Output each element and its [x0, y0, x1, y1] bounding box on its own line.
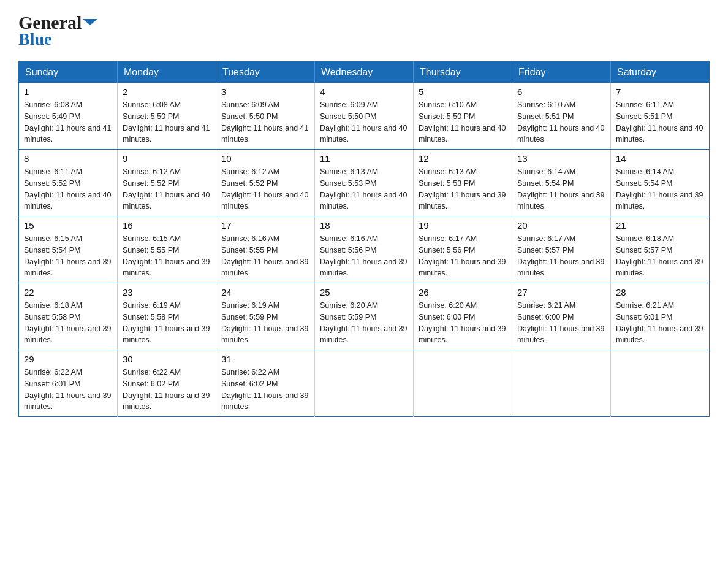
day-number: 28	[616, 287, 704, 297]
day-number: 1	[24, 86, 112, 97]
calendar-cell: 30 Sunrise: 6:22 AM Sunset: 6:02 PM Dayl…	[118, 350, 216, 417]
calendar-cell: 22 Sunrise: 6:18 AM Sunset: 5:58 PM Dayl…	[19, 283, 118, 350]
logo-line2: Blue	[18, 29, 99, 49]
day-info: Sunrise: 6:13 AM Sunset: 5:53 PM Dayligh…	[419, 166, 507, 212]
day-info: Sunrise: 6:08 AM Sunset: 5:50 PM Dayligh…	[123, 99, 211, 145]
calendar-cell: 27 Sunrise: 6:21 AM Sunset: 6:00 PM Dayl…	[512, 283, 611, 350]
day-info: Sunrise: 6:22 AM Sunset: 6:01 PM Dayligh…	[24, 367, 112, 413]
day-info: Sunrise: 6:15 AM Sunset: 5:55 PM Dayligh…	[123, 233, 211, 279]
day-number: 31	[221, 354, 309, 364]
day-number: 3	[221, 86, 309, 97]
calendar-cell: 31 Sunrise: 6:22 AM Sunset: 6:02 PM Dayl…	[216, 350, 315, 417]
day-number: 16	[123, 220, 211, 231]
day-number: 5	[419, 86, 507, 97]
calendar-week-row: 15 Sunrise: 6:15 AM Sunset: 5:54 PM Dayl…	[19, 216, 710, 283]
calendar-cell: 29 Sunrise: 6:22 AM Sunset: 6:01 PM Dayl…	[19, 350, 118, 417]
day-number: 27	[517, 287, 605, 297]
day-info: Sunrise: 6:20 AM Sunset: 6:00 PM Dayligh…	[419, 300, 507, 346]
day-info: Sunrise: 6:19 AM Sunset: 5:59 PM Dayligh…	[221, 300, 309, 346]
calendar-cell: 3 Sunrise: 6:09 AM Sunset: 5:50 PM Dayli…	[216, 83, 315, 150]
calendar-week-row: 8 Sunrise: 6:11 AM Sunset: 5:52 PM Dayli…	[19, 150, 710, 216]
day-info: Sunrise: 6:11 AM Sunset: 5:52 PM Dayligh…	[24, 166, 112, 212]
calendar-cell: 13 Sunrise: 6:14 AM Sunset: 5:54 PM Dayl…	[512, 150, 611, 216]
day-number: 15	[24, 220, 112, 231]
logo-triangle-icon	[83, 19, 97, 25]
day-info: Sunrise: 6:22 AM Sunset: 6:02 PM Dayligh…	[221, 367, 309, 413]
day-number: 10	[221, 153, 309, 164]
calendar-cell: 18 Sunrise: 6:16 AM Sunset: 5:56 PM Dayl…	[315, 216, 414, 283]
calendar-cell	[512, 350, 611, 417]
day-info: Sunrise: 6:13 AM Sunset: 5:53 PM Dayligh…	[320, 166, 408, 212]
calendar-cell: 10 Sunrise: 6:12 AM Sunset: 5:52 PM Dayl…	[216, 150, 315, 216]
calendar-cell: 21 Sunrise: 6:18 AM Sunset: 5:57 PM Dayl…	[611, 216, 710, 283]
day-info: Sunrise: 6:17 AM Sunset: 5:57 PM Dayligh…	[517, 233, 605, 279]
day-number: 26	[419, 287, 507, 297]
col-header-tuesday: Tuesday	[216, 62, 315, 83]
day-number: 21	[616, 220, 704, 231]
day-info: Sunrise: 6:11 AM Sunset: 5:51 PM Dayligh…	[616, 99, 704, 145]
calendar-cell: 15 Sunrise: 6:15 AM Sunset: 5:54 PM Dayl…	[19, 216, 118, 283]
day-info: Sunrise: 6:21 AM Sunset: 6:01 PM Dayligh…	[616, 300, 704, 346]
day-number: 23	[123, 287, 211, 297]
calendar-cell: 24 Sunrise: 6:19 AM Sunset: 5:59 PM Dayl…	[216, 283, 315, 350]
calendar-cell: 16 Sunrise: 6:15 AM Sunset: 5:55 PM Dayl…	[118, 216, 216, 283]
day-info: Sunrise: 6:14 AM Sunset: 5:54 PM Dayligh…	[517, 166, 605, 212]
calendar-cell	[611, 350, 710, 417]
day-info: Sunrise: 6:08 AM Sunset: 5:49 PM Dayligh…	[24, 99, 112, 145]
day-info: Sunrise: 6:16 AM Sunset: 5:56 PM Dayligh…	[320, 233, 408, 279]
day-number: 8	[24, 153, 112, 164]
day-info: Sunrise: 6:09 AM Sunset: 5:50 PM Dayligh…	[221, 99, 309, 145]
calendar-week-row: 1 Sunrise: 6:08 AM Sunset: 5:49 PM Dayli…	[19, 83, 710, 150]
day-number: 30	[123, 354, 211, 364]
col-header-wednesday: Wednesday	[315, 62, 414, 83]
page-header: General Blue	[18, 12, 710, 49]
calendar-header-row: SundayMondayTuesdayWednesdayThursdayFrid…	[19, 62, 710, 83]
day-number: 22	[24, 287, 112, 297]
calendar-cell: 7 Sunrise: 6:11 AM Sunset: 5:51 PM Dayli…	[611, 83, 710, 150]
calendar-cell: 5 Sunrise: 6:10 AM Sunset: 5:50 PM Dayli…	[414, 83, 512, 150]
logo: General Blue	[18, 12, 99, 49]
day-info: Sunrise: 6:18 AM Sunset: 5:57 PM Dayligh…	[616, 233, 704, 279]
day-info: Sunrise: 6:09 AM Sunset: 5:50 PM Dayligh…	[320, 99, 408, 145]
day-number: 29	[24, 354, 112, 364]
day-info: Sunrise: 6:20 AM Sunset: 5:59 PM Dayligh…	[320, 300, 408, 346]
calendar-cell: 4 Sunrise: 6:09 AM Sunset: 5:50 PM Dayli…	[315, 83, 414, 150]
calendar-week-row: 29 Sunrise: 6:22 AM Sunset: 6:01 PM Dayl…	[19, 350, 710, 417]
day-number: 24	[221, 287, 309, 297]
day-number: 20	[517, 220, 605, 231]
day-number: 19	[419, 220, 507, 231]
day-info: Sunrise: 6:21 AM Sunset: 6:00 PM Dayligh…	[517, 300, 605, 346]
col-header-sunday: Sunday	[19, 62, 118, 83]
calendar-cell: 19 Sunrise: 6:17 AM Sunset: 5:56 PM Dayl…	[414, 216, 512, 283]
calendar-week-row: 22 Sunrise: 6:18 AM Sunset: 5:58 PM Dayl…	[19, 283, 710, 350]
day-info: Sunrise: 6:16 AM Sunset: 5:55 PM Dayligh…	[221, 233, 309, 279]
day-info: Sunrise: 6:10 AM Sunset: 5:50 PM Dayligh…	[419, 99, 507, 145]
day-number: 18	[320, 220, 408, 231]
calendar-cell: 17 Sunrise: 6:16 AM Sunset: 5:55 PM Dayl…	[216, 216, 315, 283]
day-number: 4	[320, 86, 408, 97]
calendar-cell: 9 Sunrise: 6:12 AM Sunset: 5:52 PM Dayli…	[118, 150, 216, 216]
calendar-cell: 28 Sunrise: 6:21 AM Sunset: 6:01 PM Dayl…	[611, 283, 710, 350]
calendar-cell: 23 Sunrise: 6:19 AM Sunset: 5:58 PM Dayl…	[118, 283, 216, 350]
day-number: 9	[123, 153, 211, 164]
day-info: Sunrise: 6:22 AM Sunset: 6:02 PM Dayligh…	[123, 367, 211, 413]
calendar-cell: 1 Sunrise: 6:08 AM Sunset: 5:49 PM Dayli…	[19, 83, 118, 150]
day-number: 12	[419, 153, 507, 164]
col-header-saturday: Saturday	[611, 62, 710, 83]
calendar-cell: 2 Sunrise: 6:08 AM Sunset: 5:50 PM Dayli…	[118, 83, 216, 150]
calendar-cell	[414, 350, 512, 417]
day-info: Sunrise: 6:19 AM Sunset: 5:58 PM Dayligh…	[123, 300, 211, 346]
day-number: 2	[123, 86, 211, 97]
calendar-cell: 8 Sunrise: 6:11 AM Sunset: 5:52 PM Dayli…	[19, 150, 118, 216]
day-info: Sunrise: 6:12 AM Sunset: 5:52 PM Dayligh…	[221, 166, 309, 212]
day-number: 7	[616, 86, 704, 97]
col-header-thursday: Thursday	[414, 62, 512, 83]
calendar-table: SundayMondayTuesdayWednesdayThursdayFrid…	[18, 61, 710, 417]
day-info: Sunrise: 6:17 AM Sunset: 5:56 PM Dayligh…	[419, 233, 507, 279]
col-header-monday: Monday	[118, 62, 216, 83]
day-info: Sunrise: 6:12 AM Sunset: 5:52 PM Dayligh…	[123, 166, 211, 212]
calendar-cell: 20 Sunrise: 6:17 AM Sunset: 5:57 PM Dayl…	[512, 216, 611, 283]
day-number: 11	[320, 153, 408, 164]
day-info: Sunrise: 6:14 AM Sunset: 5:54 PM Dayligh…	[616, 166, 704, 212]
day-info: Sunrise: 6:15 AM Sunset: 5:54 PM Dayligh…	[24, 233, 112, 279]
